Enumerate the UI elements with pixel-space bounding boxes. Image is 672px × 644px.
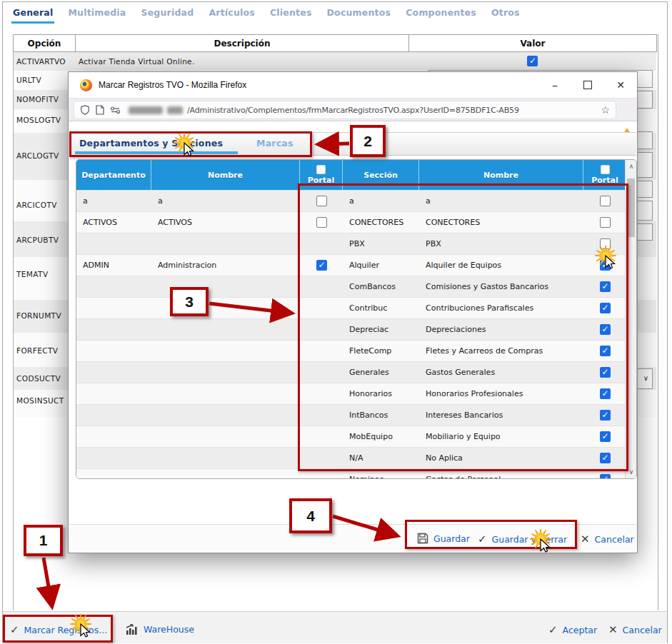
option-code: CODSUCTV [16,374,61,383]
option-code: TEMATV [16,270,48,278]
cell-nombre: a [151,196,300,206]
grid-header-nombre: Nombre [151,160,300,190]
cell-departamento: a [76,196,151,206]
step-2-badge: 2 [350,125,386,157]
tab-general[interactable]: General [11,6,54,24]
cancelar-label: Cancelar [595,534,634,545]
activartvo-checkbox[interactable] [527,56,538,66]
chevron-down-icon: ∨ [643,374,648,382]
highlight-box-sections [298,183,628,471]
dialog-titlebar[interactable]: Marcar Registros TVO - Mozilla Firefox –… [69,72,637,98]
option-code: URLTV [16,76,41,84]
screenshot-root: General Multimedia Seguridad Artículos C… [0,0,672,644]
option-code: ARCLOGTV [16,151,59,160]
tab-otros[interactable]: Otros [490,6,521,24]
tab-seguridad[interactable]: Seguridad [139,6,195,24]
main-cancelar-button[interactable]: ✕ Cancelar [608,623,662,636]
highlight-box-save-buttons [405,520,577,549]
column-header-valor: Valor [409,35,656,51]
dialog-cancelar-button[interactable]: ✕ Cancelar [581,533,634,545]
cell-nombre: Administracion [151,261,300,270]
option-code: FORFECTV [16,346,58,355]
aceptar-button[interactable]: ✓ Aceptar [548,623,597,636]
main-tab-bar: General Multimedia Seguridad Artículos C… [11,6,521,24]
option-code: MOSLOGTV [16,116,61,124]
option-code: FORNUMTV [16,311,61,320]
cell-departamento: ACTIVOS [76,218,151,227]
column-header-descripcion: Descripción [76,35,409,51]
permissions-icon[interactable] [110,106,121,114]
cell-nombre-sec: Gastos de Personal [419,475,583,479]
tab-articulos[interactable]: Artículos [207,6,256,24]
option-code: NOMOFITV [16,95,59,104]
tab-clientes[interactable]: Clientes [269,6,314,24]
tab-componentes[interactable]: Componentes [404,6,478,24]
select-all-sec-checkbox[interactable] [601,165,610,174]
maximize-button[interactable] [571,72,604,98]
cell-seccion: Nominas [343,475,419,479]
option-code: ARCICOTV [16,201,57,209]
cell-nombre: ACTIVOS [151,218,300,227]
url-bar: /Administrativo/Complementos/frmMarcarRe… [69,98,637,121]
close-icon: ✕ [581,533,590,545]
check-icon: ✓ [548,623,558,636]
grid-header-departamento: Departamento [76,160,151,190]
step-3-badge: 3 [170,287,209,316]
scroll-up-icon[interactable]: ∧ [626,163,637,170]
chart-icon [126,623,139,635]
firefox-icon [80,79,92,91]
blurred-host [167,106,183,114]
warehouse-button[interactable]: WareHouse [126,623,194,635]
blurred-host [129,106,163,114]
cell-departamento: ADMIN [76,261,151,270]
maximize-icon [583,81,592,89]
shield-icon[interactable] [80,105,90,115]
column-header-opcion: Opción [14,35,76,51]
option-code: ARCPUBTV [16,236,59,244]
page-icon[interactable] [96,105,104,115]
step-4-badge: 4 [289,498,332,533]
close-icon: ✕ [608,623,618,636]
select-all-dep-checkbox[interactable] [316,165,326,174]
url-path-text: /Administrativo/Complementos/frmMarcarRe… [187,106,519,115]
close-button[interactable]: ✕ [604,72,637,98]
options-table-header: Opción Descripción Valor [13,34,657,52]
dialog-title: Marcar Registros TVO - Mozilla Firefox [99,80,246,90]
warehouse-label: WareHouse [144,624,194,635]
option-code: ACTIVARTVO [16,57,66,66]
option-code: MOSINSUCT [16,396,64,405]
step-1-badge: 1 [24,525,63,556]
url-field[interactable]: /Administrativo/Complementos/frmMarcarRe… [74,101,616,119]
highlight-box-marcar [3,615,113,643]
aceptar-label: Aceptar [563,625,598,635]
bookmark-star-icon[interactable]: ☆ [601,104,610,116]
tab-documentos[interactable]: Documentos [326,6,393,24]
option-description: Activar Tienda Virtual Online. [79,57,195,66]
highlight-box-tabs [69,131,312,157]
tab-multimedia[interactable]: Multimedia [66,6,127,24]
sec-portal-checkbox[interactable] [600,474,611,479]
cancelar-label: Cancelar [623,625,662,635]
minimize-button[interactable]: – [538,72,571,98]
